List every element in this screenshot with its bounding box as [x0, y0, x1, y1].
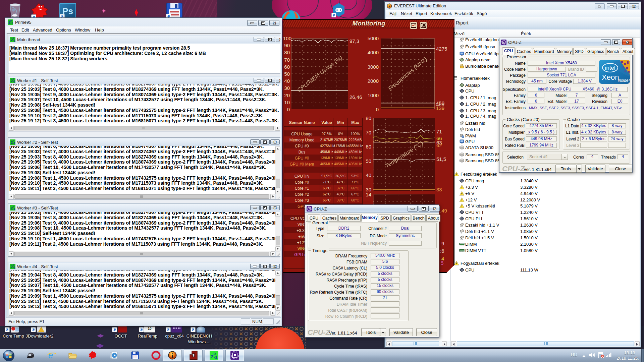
- svg-text:-1: -1: [13, 80, 15, 83]
- svg-text:-1: -1: [13, 39, 15, 42]
- svg-text:Xeon: Xeon: [602, 73, 619, 81]
- svg-text:inside™: inside™: [618, 78, 630, 83]
- svg-text:2: 2: [210, 354, 213, 359]
- svg-text:e: e: [48, 351, 53, 360]
- svg-text:i: i: [171, 352, 173, 359]
- svg-text:-1: -1: [10, 21, 13, 25]
- svg-text:-1: -1: [13, 266, 15, 269]
- svg-text:-1: -1: [13, 141, 15, 145]
- svg-text:i: i: [389, 4, 390, 8]
- svg-text:-1: -1: [13, 207, 15, 210]
- svg-text:intel: intel: [605, 65, 615, 71]
- svg-text:-1: -1: [214, 355, 218, 360]
